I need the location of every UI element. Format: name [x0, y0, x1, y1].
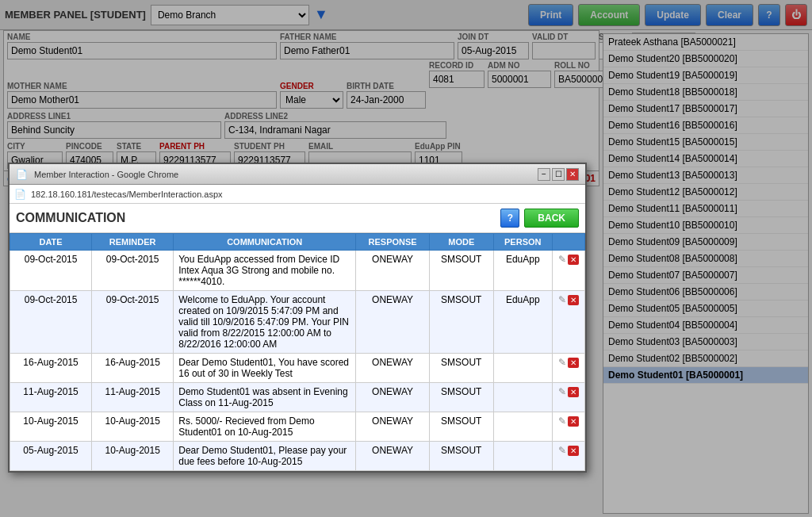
modal-maximize-button[interactable]: ☐	[552, 168, 565, 181]
delete-icon[interactable]: ✕	[568, 255, 579, 265]
edit-icon[interactable]: ✎	[558, 357, 566, 368]
table-cell: Dear Demo Student01, Please pay your due…	[174, 442, 356, 471]
modal-close-button[interactable]: ✕	[566, 168, 579, 181]
table-row: 16-Aug-201516-Aug-2015Dear Demo Student0…	[10, 354, 585, 383]
col-communication: COMMUNICATION	[174, 234, 356, 251]
table-cell: ONEWAY	[356, 251, 430, 291]
delete-icon[interactable]: ✕	[568, 416, 579, 427]
action-cell: ✎✕	[553, 291, 585, 354]
col-reminder: REMINDER	[92, 234, 174, 251]
col-date: DATE	[10, 234, 92, 251]
table-cell: You EduApp accessed from Device ID Intex…	[174, 251, 356, 291]
modal-title: Member Interaction - Google Chrome	[34, 170, 178, 179]
edit-icon[interactable]: ✎	[558, 386, 566, 397]
table-row: 11-Aug-201511-Aug-2015Demo Student01 was…	[10, 383, 585, 412]
modal-controls: − ☐ ✕	[538, 168, 579, 181]
table-cell: 10-Aug-2015	[92, 442, 174, 471]
table-cell: SMSOUT	[430, 383, 494, 412]
delete-icon[interactable]: ✕	[568, 446, 579, 456]
delete-icon[interactable]: ✕	[568, 387, 579, 397]
table-row: 10-Aug-201510-Aug-2015Rs. 5000/- Recieve…	[10, 412, 585, 442]
table-cell: SMSOUT	[430, 354, 494, 383]
table-row: 09-Oct-201509-Oct-2015You EduApp accesse…	[10, 251, 585, 291]
table-cell: 10-Aug-2015	[10, 412, 92, 442]
edit-icon[interactable]: ✎	[558, 416, 566, 427]
comm-section-title: COMMUNICATION	[16, 211, 125, 225]
col-actions	[553, 234, 585, 251]
table-cell: 09-Oct-2015	[92, 251, 174, 291]
table-cell: SMSOUT	[430, 412, 494, 442]
table-cell: 16-Aug-2015	[92, 354, 174, 383]
action-cell: ✎✕	[553, 442, 585, 471]
comm-section-header: COMMUNICATION ? BACK	[10, 204, 585, 233]
table-cell: 16-Aug-2015	[10, 354, 92, 383]
table-cell: EduApp	[493, 291, 552, 354]
table-cell: 11-Aug-2015	[92, 383, 174, 412]
page-doc-icon: 📄	[14, 189, 26, 200]
table-cell: ONEWAY	[356, 291, 430, 354]
page-icon: 📄	[16, 169, 28, 180]
table-cell: 05-Aug-2015	[10, 442, 92, 471]
modal-minimize-button[interactable]: −	[538, 168, 550, 181]
action-cell: ✎✕	[553, 412, 585, 442]
table-cell: Rs. 5000/- Recieved from Demo Student01 …	[174, 412, 356, 442]
table-cell: Dear Demo Student01, You have scored 16 …	[174, 354, 356, 383]
communication-modal: 📄 Member Interaction - Google Chrome − ☐…	[8, 163, 587, 473]
table-cell: SMSOUT	[430, 251, 494, 291]
modal-url: 182.18.160.181/testecas/MemberInteractio…	[31, 190, 223, 199]
modal-urlbar: 📄 182.18.160.181/testecas/MemberInteract…	[10, 185, 585, 204]
table-cell	[493, 354, 552, 383]
table-cell: SMSOUT	[430, 291, 494, 354]
table-cell	[493, 442, 552, 471]
edit-icon[interactable]: ✎	[558, 254, 566, 265]
main-panel: MEMBER PANEL [STUDENT] Demo Branch ▼ Pri…	[0, 0, 812, 517]
table-cell: EduApp	[493, 251, 552, 291]
table-cell: 09-Oct-2015	[10, 251, 92, 291]
comm-table-container: DATE REMINDER COMMUNICATION RESPONSE MOD…	[10, 233, 585, 471]
edit-icon[interactable]: ✎	[558, 294, 566, 305]
table-cell: ONEWAY	[356, 412, 430, 442]
table-cell: 11-Aug-2015	[10, 383, 92, 412]
delete-icon[interactable]: ✕	[568, 358, 579, 368]
edit-icon[interactable]: ✎	[558, 445, 566, 456]
action-cell: ✎✕	[553, 251, 585, 291]
comm-table: DATE REMINDER COMMUNICATION RESPONSE MOD…	[10, 233, 585, 471]
delete-icon[interactable]: ✕	[568, 295, 579, 305]
table-cell	[493, 383, 552, 412]
action-cell: ✎✕	[553, 354, 585, 383]
table-cell: Demo Student01 was absent in Evening Cla…	[174, 383, 356, 412]
table-cell	[493, 412, 552, 442]
modal-overlay: 📄 Member Interaction - Google Chrome − ☐…	[0, 0, 812, 517]
table-cell: ONEWAY	[356, 383, 430, 412]
table-cell: 09-Oct-2015	[10, 291, 92, 354]
comm-back-button[interactable]: BACK	[524, 209, 579, 228]
col-response: RESPONSE	[356, 234, 430, 251]
table-row: 09-Oct-201509-Oct-2015Welcome to EduApp.…	[10, 291, 585, 354]
col-person: PERSON	[493, 234, 552, 251]
col-mode: MODE	[430, 234, 494, 251]
action-cell: ✎✕	[553, 383, 585, 412]
table-cell: ONEWAY	[356, 354, 430, 383]
comm-help-button[interactable]: ?	[500, 209, 519, 228]
table-cell: 10-Aug-2015	[92, 412, 174, 442]
modal-titlebar: 📄 Member Interaction - Google Chrome − ☐…	[10, 164, 585, 185]
table-cell: Welcome to EduApp. Your account created …	[174, 291, 356, 354]
table-row: 05-Aug-201510-Aug-2015Dear Demo Student0…	[10, 442, 585, 471]
table-cell: SMSOUT	[430, 442, 494, 471]
table-cell: 09-Oct-2015	[92, 291, 174, 354]
table-cell: ONEWAY	[356, 442, 430, 471]
